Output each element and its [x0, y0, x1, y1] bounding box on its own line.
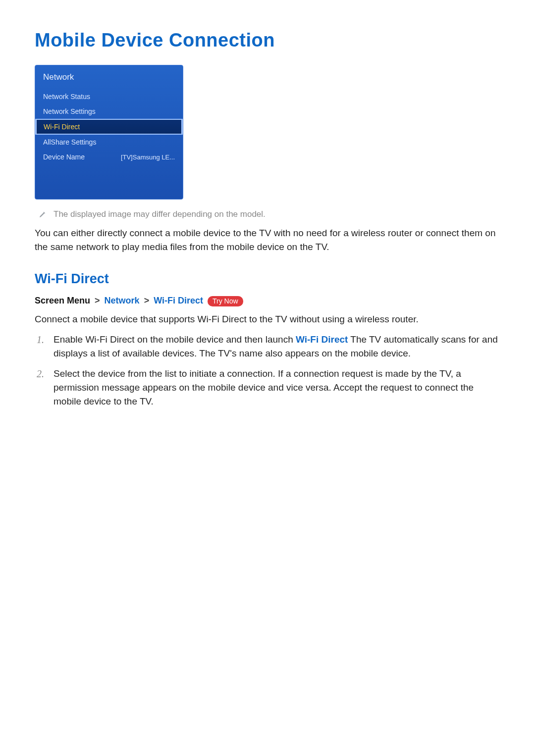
- try-now-badge[interactable]: Try Now: [208, 296, 243, 306]
- menu-item-label: Network Settings: [43, 107, 96, 115]
- menu-item-label: Network Status: [43, 93, 90, 101]
- breadcrumb-label: Screen Menu: [35, 296, 90, 305]
- breadcrumb-sep: >: [93, 296, 102, 305]
- menu-item-network-settings[interactable]: Network Settings: [35, 104, 183, 119]
- step-text-pre: Select the device from the list to initi…: [54, 368, 474, 406]
- menu-item-label: Wi-Fi Direct: [44, 123, 80, 131]
- menu-item-allshare-settings[interactable]: AllShare Settings: [35, 135, 183, 150]
- step-item: Enable Wi-Fi Direct on the mobile device…: [37, 333, 500, 360]
- page-title: Mobile Device Connection: [35, 30, 500, 51]
- step-text-pre: Enable Wi-Fi Direct on the mobile device…: [54, 334, 296, 345]
- tv-network-panel: Network Network Status Network Settings …: [35, 65, 183, 200]
- menu-item-value: [TV]Samsung LE...: [121, 153, 175, 161]
- document-page: Mobile Device Connection Network Network…: [0, 0, 535, 445]
- step-item: Select the device from the list to initi…: [37, 367, 500, 408]
- pen-icon: [39, 210, 47, 218]
- intro-paragraph: You can either directly connect a mobile…: [35, 226, 500, 253]
- menu-item-label: AllShare Settings: [43, 138, 96, 146]
- panel-header: Network: [35, 65, 183, 89]
- menu-item-network-status[interactable]: Network Status: [35, 89, 183, 104]
- note-text: The displayed image may differ depending…: [54, 209, 266, 219]
- breadcrumb-crumb-wifi-direct: Wi-Fi Direct: [154, 296, 203, 305]
- section-heading-wifi-direct: Wi-Fi Direct: [35, 271, 500, 287]
- breadcrumb-sep: >: [142, 296, 152, 305]
- breadcrumb: Screen Menu > Network > Wi-Fi Direct Try…: [35, 296, 500, 306]
- section-intro: Connect a mobile device that supports Wi…: [35, 312, 500, 326]
- menu-item-device-name[interactable]: Device Name [TV]Samsung LE...: [35, 150, 183, 164]
- note-row: The displayed image may differ depending…: [39, 209, 500, 219]
- breadcrumb-crumb-network: Network: [105, 296, 140, 305]
- menu-item-wifi-direct[interactable]: Wi-Fi Direct: [35, 119, 183, 135]
- step-text-highlight: Wi-Fi Direct: [296, 334, 348, 345]
- menu-item-label: Device Name: [43, 153, 85, 161]
- steps-list: Enable Wi-Fi Direct on the mobile device…: [35, 333, 500, 408]
